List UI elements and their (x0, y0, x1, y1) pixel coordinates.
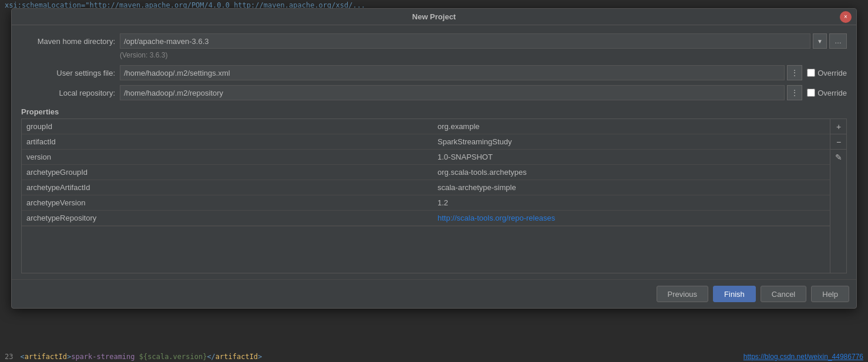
user-settings-row: User settings file: ⋮ Override (21, 65, 847, 80)
local-repo-label: Local repository: (21, 89, 115, 97)
help-button[interactable]: Help (811, 286, 849, 302)
local-repo-override-checkbox[interactable] (807, 89, 815, 97)
maven-version-note: (Version: 3.6.3) (120, 51, 847, 59)
footer-link[interactable]: https://blog.csdn.net/weixin_44986776 (743, 353, 863, 361)
user-settings-browse-btn[interactable]: ⋮ (787, 65, 802, 80)
maven-home-browse-btn[interactable]: … (829, 33, 847, 49)
maven-home-row: Maven home directory: ▼ … (21, 33, 847, 49)
dialog-title: New Project (412, 12, 456, 21)
maven-home-label: Maven home directory: (21, 37, 115, 46)
user-settings-override-checkbox[interactable] (807, 69, 815, 77)
properties-table-wrap: groupId org.example artifactId SparkStre… (21, 119, 847, 273)
local-repo-override-wrap: Override (807, 89, 847, 97)
local-repo-row: Local repository: ⋮ Override (21, 85, 847, 100)
dialog-titlebar: New Project × (12, 9, 856, 25)
properties-actions: + − ✎ (830, 119, 846, 273)
table-row[interactable]: version 1.0-SNAPSHOT (22, 150, 830, 165)
add-property-btn[interactable]: + (830, 119, 847, 134)
table-row[interactable]: archetypeVersion 1.2 (22, 195, 830, 211)
line-number: 23 (5, 353, 13, 361)
properties-section: Properties groupId org.example artifactI… (21, 107, 847, 273)
table-row[interactable]: archetypeArtifactId scala-archetype-simp… (22, 180, 830, 195)
table-row[interactable]: artifactId SparkStreamingStudy (22, 134, 830, 150)
dialog-footer: Previous Finish Cancel Help (12, 279, 856, 308)
user-settings-override-wrap: Override (807, 69, 847, 77)
cancel-button[interactable]: Cancel (761, 286, 806, 302)
properties-table: groupId org.example artifactId SparkStre… (22, 119, 830, 273)
table-row[interactable]: archetypeRepository http://scala-tools.o… (22, 211, 830, 226)
user-settings-label: User settings file: (21, 69, 115, 77)
maven-home-input[interactable] (120, 33, 810, 49)
edit-property-btn[interactable]: ✎ (830, 150, 847, 165)
properties-empty-area (22, 226, 830, 273)
finish-button[interactable]: Finish (713, 286, 756, 302)
dialog-overlay: New Project × Maven home directory: ▼ … … (0, 0, 868, 362)
remove-property-btn[interactable]: − (830, 134, 847, 150)
properties-label: Properties (21, 107, 847, 116)
local-repo-input-wrap: ⋮ (120, 85, 802, 100)
new-project-dialog: New Project × Maven home directory: ▼ … … (11, 8, 857, 309)
table-row[interactable]: groupId org.example (22, 119, 830, 134)
maven-home-input-wrap: ▼ … (120, 33, 847, 49)
local-repo-override-label: Override (817, 89, 847, 97)
previous-button[interactable]: Previous (657, 286, 709, 302)
bottom-bar: 23 <artifactId>spark-streaming ${scala.v… (0, 351, 868, 362)
user-settings-input[interactable] (120, 65, 785, 80)
local-repo-input[interactable] (120, 85, 785, 100)
user-settings-override-label: Override (817, 69, 847, 77)
table-row[interactable]: archetypeGroupId org.scala-tools.archety… (22, 165, 830, 180)
local-repo-browse-btn[interactable]: ⋮ (787, 85, 802, 100)
dialog-body: Maven home directory: ▼ … (Version: 3.6.… (12, 25, 856, 279)
code-snippet: <artifactId>spark-streaming ${scala.vers… (20, 353, 262, 361)
close-button[interactable]: × (840, 11, 852, 23)
user-settings-input-wrap: ⋮ (120, 65, 802, 80)
maven-home-dropdown[interactable]: ▼ (813, 33, 827, 49)
